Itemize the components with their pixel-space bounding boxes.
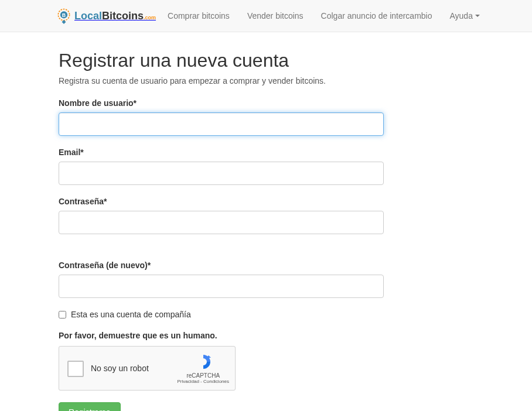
nav-sell[interactable]: Vender bitcoins	[247, 11, 303, 20]
password-again-label: Contraseña (de nuevo)*	[59, 261, 445, 270]
password-again-input[interactable]	[59, 275, 384, 298]
username-label: Nombre de usuario*	[59, 98, 445, 108]
logo-text: LocalBitcoins.com	[74, 10, 156, 22]
nav-help[interactable]: Ayuda	[450, 11, 480, 20]
recaptcha-brand: reCAPTCHA	[186, 372, 220, 379]
email-input[interactable]	[59, 162, 384, 185]
nav-post[interactable]: Colgar anuncio de intercambio	[321, 11, 432, 20]
recaptcha-widget: No soy un robot reCAPTCHA Privacidad - C…	[59, 346, 236, 391]
captcha-label: Por favor, demuestre que es un humano.	[59, 331, 445, 340]
navbar: B LocalBitcoins.com Comprar bitcoins Ven…	[0, 0, 532, 32]
password-input[interactable]	[59, 211, 384, 234]
username-input[interactable]	[59, 112, 384, 136]
main-container: Registrar una nueva cuenta Registra su c…	[59, 32, 445, 411]
page-title: Registrar una nueva cuenta	[59, 50, 445, 71]
recaptcha-text: No soy un robot	[91, 364, 178, 373]
caret-down-icon	[475, 15, 480, 17]
nav-buy[interactable]: Comprar bitcoins	[168, 11, 230, 20]
nav-links: Comprar bitcoins Vender bitcoins Colgar …	[168, 11, 480, 20]
recaptcha-checkbox[interactable]	[67, 361, 84, 377]
logo-link[interactable]: B LocalBitcoins.com	[56, 8, 156, 24]
password-label: Contraseña*	[59, 197, 445, 206]
email-label: Email*	[59, 148, 445, 157]
company-checkbox[interactable]	[59, 311, 66, 318]
page-subtitle: Registra su cuenta de usuario para empez…	[59, 76, 445, 85]
recaptcha-links: Privacidad - Condiciones	[178, 379, 230, 384]
svg-text:B: B	[62, 12, 66, 18]
company-checkbox-label: Esta es una cuenta de compañía	[71, 310, 191, 319]
register-button[interactable]: Registrarse	[59, 402, 121, 411]
logo-icon: B	[56, 8, 72, 24]
recaptcha-icon	[194, 352, 213, 371]
